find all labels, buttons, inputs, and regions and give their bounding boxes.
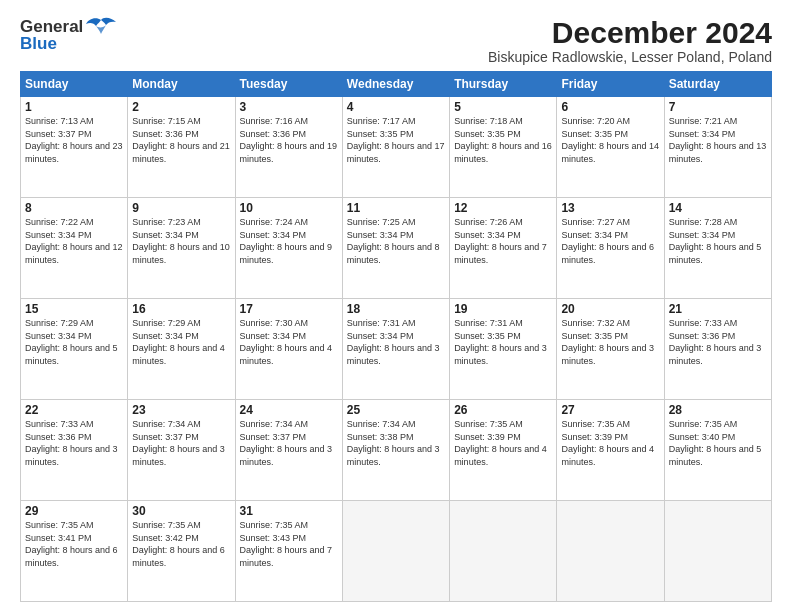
day-number: 1 — [25, 100, 123, 114]
daylight-label: Daylight: 8 hours and 4 minutes. — [132, 343, 225, 366]
column-header-sunday: Sunday — [21, 72, 128, 97]
day-number: 27 — [561, 403, 659, 417]
calendar-cell: 29Sunrise: 7:35 AMSunset: 3:41 PMDayligh… — [21, 501, 128, 602]
sunrise-label: Sunrise: 7:33 AM — [669, 318, 738, 328]
sunset-label: Sunset: 3:38 PM — [347, 432, 414, 442]
day-number: 6 — [561, 100, 659, 114]
calendar-cell: 4Sunrise: 7:17 AMSunset: 3:35 PMDaylight… — [342, 97, 449, 198]
sunset-label: Sunset: 3:34 PM — [669, 129, 736, 139]
sunrise-label: Sunrise: 7:32 AM — [561, 318, 630, 328]
cell-details: Sunrise: 7:35 AMSunset: 3:39 PMDaylight:… — [561, 418, 659, 468]
logo: General Blue — [20, 16, 116, 54]
daylight-label: Daylight: 8 hours and 7 minutes. — [240, 545, 333, 568]
day-number: 24 — [240, 403, 338, 417]
sunset-label: Sunset: 3:41 PM — [25, 533, 92, 543]
cell-details: Sunrise: 7:26 AMSunset: 3:34 PMDaylight:… — [454, 216, 552, 266]
sunset-label: Sunset: 3:35 PM — [454, 129, 521, 139]
sunset-label: Sunset: 3:36 PM — [132, 129, 199, 139]
cell-details: Sunrise: 7:18 AMSunset: 3:35 PMDaylight:… — [454, 115, 552, 165]
sunrise-label: Sunrise: 7:20 AM — [561, 116, 630, 126]
day-number: 4 — [347, 100, 445, 114]
cell-details: Sunrise: 7:29 AMSunset: 3:34 PMDaylight:… — [25, 317, 123, 367]
calendar-cell: 1Sunrise: 7:13 AMSunset: 3:37 PMDaylight… — [21, 97, 128, 198]
day-number: 11 — [347, 201, 445, 215]
cell-details: Sunrise: 7:25 AMSunset: 3:34 PMDaylight:… — [347, 216, 445, 266]
sunrise-label: Sunrise: 7:31 AM — [347, 318, 416, 328]
cell-details: Sunrise: 7:35 AMSunset: 3:40 PMDaylight:… — [669, 418, 767, 468]
cell-details: Sunrise: 7:13 AMSunset: 3:37 PMDaylight:… — [25, 115, 123, 165]
day-number: 10 — [240, 201, 338, 215]
calendar-cell: 22Sunrise: 7:33 AMSunset: 3:36 PMDayligh… — [21, 400, 128, 501]
sunset-label: Sunset: 3:37 PM — [240, 432, 307, 442]
calendar-cell: 18Sunrise: 7:31 AMSunset: 3:34 PMDayligh… — [342, 299, 449, 400]
cell-details: Sunrise: 7:27 AMSunset: 3:34 PMDaylight:… — [561, 216, 659, 266]
cell-details: Sunrise: 7:32 AMSunset: 3:35 PMDaylight:… — [561, 317, 659, 367]
sunrise-label: Sunrise: 7:34 AM — [240, 419, 309, 429]
calendar-cell: 8Sunrise: 7:22 AMSunset: 3:34 PMDaylight… — [21, 198, 128, 299]
daylight-label: Daylight: 8 hours and 4 minutes. — [454, 444, 547, 467]
calendar-cell: 7Sunrise: 7:21 AMSunset: 3:34 PMDaylight… — [664, 97, 771, 198]
day-number: 17 — [240, 302, 338, 316]
column-header-saturday: Saturday — [664, 72, 771, 97]
calendar-cell: 11Sunrise: 7:25 AMSunset: 3:34 PMDayligh… — [342, 198, 449, 299]
daylight-label: Daylight: 8 hours and 13 minutes. — [669, 141, 767, 164]
column-header-tuesday: Tuesday — [235, 72, 342, 97]
sunset-label: Sunset: 3:35 PM — [347, 129, 414, 139]
sunset-label: Sunset: 3:36 PM — [25, 432, 92, 442]
page-subtitle: Biskupice Radlowskie, Lesser Poland, Pol… — [488, 49, 772, 65]
daylight-label: Daylight: 8 hours and 3 minutes. — [25, 444, 118, 467]
sunset-label: Sunset: 3:34 PM — [240, 230, 307, 240]
header: General Blue December 2024 Biskupice Rad… — [20, 16, 772, 65]
calendar-cell: 12Sunrise: 7:26 AMSunset: 3:34 PMDayligh… — [450, 198, 557, 299]
column-header-friday: Friday — [557, 72, 664, 97]
day-number: 28 — [669, 403, 767, 417]
daylight-label: Daylight: 8 hours and 16 minutes. — [454, 141, 552, 164]
cell-details: Sunrise: 7:22 AMSunset: 3:34 PMDaylight:… — [25, 216, 123, 266]
cell-details: Sunrise: 7:34 AMSunset: 3:37 PMDaylight:… — [132, 418, 230, 468]
calendar-cell: 6Sunrise: 7:20 AMSunset: 3:35 PMDaylight… — [557, 97, 664, 198]
day-number: 5 — [454, 100, 552, 114]
day-number: 3 — [240, 100, 338, 114]
calendar-cell: 30Sunrise: 7:35 AMSunset: 3:42 PMDayligh… — [128, 501, 235, 602]
daylight-label: Daylight: 8 hours and 21 minutes. — [132, 141, 230, 164]
calendar-cell — [557, 501, 664, 602]
daylight-label: Daylight: 8 hours and 14 minutes. — [561, 141, 659, 164]
calendar-cell: 28Sunrise: 7:35 AMSunset: 3:40 PMDayligh… — [664, 400, 771, 501]
sunrise-label: Sunrise: 7:29 AM — [25, 318, 94, 328]
day-number: 30 — [132, 504, 230, 518]
sunset-label: Sunset: 3:34 PM — [347, 331, 414, 341]
sunset-label: Sunset: 3:34 PM — [132, 331, 199, 341]
sunrise-label: Sunrise: 7:27 AM — [561, 217, 630, 227]
logo-blue: Blue — [20, 34, 57, 54]
calendar-cell: 23Sunrise: 7:34 AMSunset: 3:37 PMDayligh… — [128, 400, 235, 501]
day-number: 26 — [454, 403, 552, 417]
cell-details: Sunrise: 7:23 AMSunset: 3:34 PMDaylight:… — [132, 216, 230, 266]
cell-details: Sunrise: 7:35 AMSunset: 3:43 PMDaylight:… — [240, 519, 338, 569]
daylight-label: Daylight: 8 hours and 8 minutes. — [347, 242, 440, 265]
sunset-label: Sunset: 3:35 PM — [561, 331, 628, 341]
daylight-label: Daylight: 8 hours and 19 minutes. — [240, 141, 338, 164]
sunrise-label: Sunrise: 7:28 AM — [669, 217, 738, 227]
cell-details: Sunrise: 7:28 AMSunset: 3:34 PMDaylight:… — [669, 216, 767, 266]
cell-details: Sunrise: 7:17 AMSunset: 3:35 PMDaylight:… — [347, 115, 445, 165]
sunrise-label: Sunrise: 7:33 AM — [25, 419, 94, 429]
day-number: 21 — [669, 302, 767, 316]
cell-details: Sunrise: 7:35 AMSunset: 3:42 PMDaylight:… — [132, 519, 230, 569]
sunset-label: Sunset: 3:37 PM — [132, 432, 199, 442]
title-area: December 2024 Biskupice Radlowskie, Less… — [488, 16, 772, 65]
daylight-label: Daylight: 8 hours and 10 minutes. — [132, 242, 230, 265]
cell-details: Sunrise: 7:20 AMSunset: 3:35 PMDaylight:… — [561, 115, 659, 165]
sunrise-label: Sunrise: 7:34 AM — [132, 419, 201, 429]
calendar-week-row: 15Sunrise: 7:29 AMSunset: 3:34 PMDayligh… — [21, 299, 772, 400]
sunset-label: Sunset: 3:42 PM — [132, 533, 199, 543]
sunrise-label: Sunrise: 7:16 AM — [240, 116, 309, 126]
sunrise-label: Sunrise: 7:30 AM — [240, 318, 309, 328]
calendar-cell: 13Sunrise: 7:27 AMSunset: 3:34 PMDayligh… — [557, 198, 664, 299]
sunset-label: Sunset: 3:43 PM — [240, 533, 307, 543]
day-number: 20 — [561, 302, 659, 316]
cell-details: Sunrise: 7:31 AMSunset: 3:34 PMDaylight:… — [347, 317, 445, 367]
sunset-label: Sunset: 3:39 PM — [561, 432, 628, 442]
sunrise-label: Sunrise: 7:18 AM — [454, 116, 523, 126]
calendar-week-row: 8Sunrise: 7:22 AMSunset: 3:34 PMDaylight… — [21, 198, 772, 299]
column-header-monday: Monday — [128, 72, 235, 97]
